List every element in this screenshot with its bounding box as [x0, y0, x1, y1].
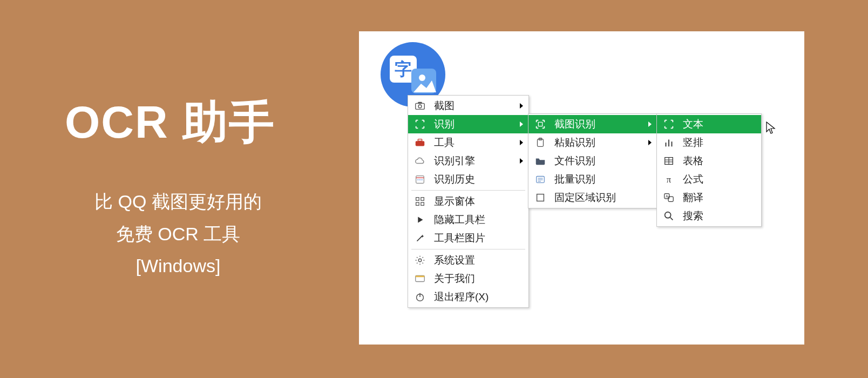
menu-label: 截图识别: [554, 117, 636, 131]
menu-label: 系统设置: [434, 253, 523, 267]
menu-label: 隐藏工具栏: [434, 213, 523, 227]
menu-item-engine[interactable]: 识别引擎: [408, 152, 528, 170]
menu-label: 粘贴识别: [554, 136, 636, 150]
svg-rect-17: [421, 202, 424, 206]
menu-item-table[interactable]: 表格: [657, 152, 761, 170]
menu-item-about[interactable]: 关于我们: [408, 269, 528, 288]
menu-label: 工具: [434, 136, 508, 150]
menu-item-settings[interactable]: 系统设置: [408, 251, 528, 269]
toolbox-icon: [413, 136, 426, 149]
paste-icon: [534, 136, 547, 149]
submenu-arrow-icon: [648, 140, 652, 145]
svg-point-44: [665, 212, 671, 218]
menu-label: 退出程序(X): [434, 290, 523, 304]
table-icon: [662, 154, 675, 167]
menu-item-screenshot-recognize[interactable]: 截图识别: [528, 115, 657, 133]
svg-marker-18: [418, 217, 423, 223]
grid-icon: [413, 195, 426, 208]
menu-label: 识别: [434, 117, 508, 131]
menu-item-show-window[interactable]: 显示窗体: [408, 192, 528, 211]
svg-rect-22: [416, 276, 425, 278]
menu-label: 竖排: [683, 136, 756, 150]
promo-line-1: 比 QQ 截图更好用的: [65, 186, 291, 218]
folder-icon: [534, 154, 547, 167]
menu-label: 固定区域识别: [554, 191, 652, 205]
svg-rect-15: [421, 198, 424, 201]
menu-label: 识别历史: [434, 172, 523, 186]
menu-item-hide-toolbar[interactable]: 隐藏工具栏: [408, 211, 528, 229]
promo-line-2: 免费 OCR 工具: [65, 218, 291, 251]
cloud-icon: [413, 154, 426, 167]
svg-text:字: 字: [395, 59, 412, 79]
svg-rect-6: [418, 102, 422, 104]
translate-icon: A: [662, 191, 675, 204]
svg-point-3: [419, 75, 425, 81]
menu-label: 文本: [683, 117, 756, 131]
context-menu-recognize: 截图识别 粘贴识别 文件识别 批量识别 固定区域识别: [528, 113, 657, 208]
menu-item-translate[interactable]: A 翻译: [657, 188, 761, 207]
menu-label: 文件识别: [554, 154, 652, 168]
wand-icon: [413, 232, 426, 245]
promo-subtitle: 比 QQ 截图更好用的 免费 OCR 工具 [Windows]: [65, 186, 291, 282]
svg-rect-32: [537, 194, 544, 201]
card-icon: [413, 272, 426, 285]
menu-item-text[interactable]: 文本: [657, 115, 761, 133]
svg-line-19: [417, 236, 422, 241]
menu-label: 批量识别: [554, 172, 652, 186]
screenshot-panel: 字 截图 识别 工具: [359, 31, 804, 345]
menu-item-batch-recognize[interactable]: 批量识别: [528, 170, 657, 188]
menu-label: 截图: [434, 99, 508, 113]
menu-label: 翻译: [683, 191, 756, 205]
menu-item-search[interactable]: 搜索: [657, 207, 761, 225]
menu-item-history[interactable]: 识别历史: [408, 170, 528, 188]
calendar-icon: [413, 173, 426, 186]
menu-item-exit[interactable]: 退出程序(X): [408, 288, 528, 306]
svg-rect-7: [416, 141, 425, 146]
scan-icon: [413, 118, 426, 131]
menu-item-toolbar-image[interactable]: 工具栏图片: [408, 229, 528, 247]
bars-icon: [662, 136, 675, 149]
menu-label: 显示窗体: [434, 194, 523, 208]
menu-item-paste-recognize[interactable]: 粘贴识别: [528, 133, 657, 152]
svg-rect-4: [416, 103, 425, 109]
mouse-cursor-icon: [765, 121, 776, 135]
menu-item-formula[interactable]: π 公式: [657, 170, 761, 188]
svg-point-20: [418, 259, 422, 262]
context-menu-text-type: 文本 竖排 表格 π 公式 A 翻译: [656, 113, 762, 227]
pi-icon: π: [662, 173, 675, 186]
camera-icon: [413, 99, 426, 112]
svg-point-11: [417, 179, 418, 180]
gear-icon: [413, 254, 426, 267]
submenu-arrow-icon: [520, 158, 523, 164]
menu-item-recognize[interactable]: 识别: [408, 115, 528, 133]
menu-separator: [411, 190, 525, 191]
batch-icon: [534, 173, 547, 186]
menu-label: 表格: [683, 154, 756, 168]
svg-line-45: [670, 218, 673, 220]
square-icon: [534, 191, 547, 204]
menu-separator: [411, 249, 525, 249]
scan-icon: [534, 118, 547, 131]
submenu-arrow-icon: [520, 122, 523, 127]
context-menu-main: 截图 识别 工具 识别引擎 识别: [408, 95, 529, 308]
svg-rect-16: [416, 202, 419, 206]
scan-icon: [662, 118, 675, 131]
search-icon: [662, 210, 675, 222]
menu-label: 工具栏图片: [434, 231, 523, 245]
play-icon: [413, 213, 426, 226]
submenu-arrow-icon: [520, 103, 523, 109]
promo-line-3: [Windows]: [65, 250, 291, 282]
svg-rect-8: [418, 139, 422, 141]
menu-item-fixed-region-recognize[interactable]: 固定区域识别: [528, 188, 657, 207]
submenu-arrow-icon: [520, 140, 523, 145]
menu-item-file-recognize[interactable]: 文件识别: [528, 152, 657, 170]
menu-item-screenshot[interactable]: 截图: [408, 97, 528, 115]
power-icon: [413, 291, 426, 303]
svg-text:A: A: [666, 194, 668, 198]
menu-item-vertical[interactable]: 竖排: [657, 133, 761, 152]
submenu-arrow-icon: [648, 122, 652, 127]
svg-point-13: [422, 179, 423, 180]
svg-point-5: [418, 105, 422, 108]
menu-item-tools[interactable]: 工具: [408, 133, 528, 152]
svg-rect-25: [538, 122, 542, 126]
